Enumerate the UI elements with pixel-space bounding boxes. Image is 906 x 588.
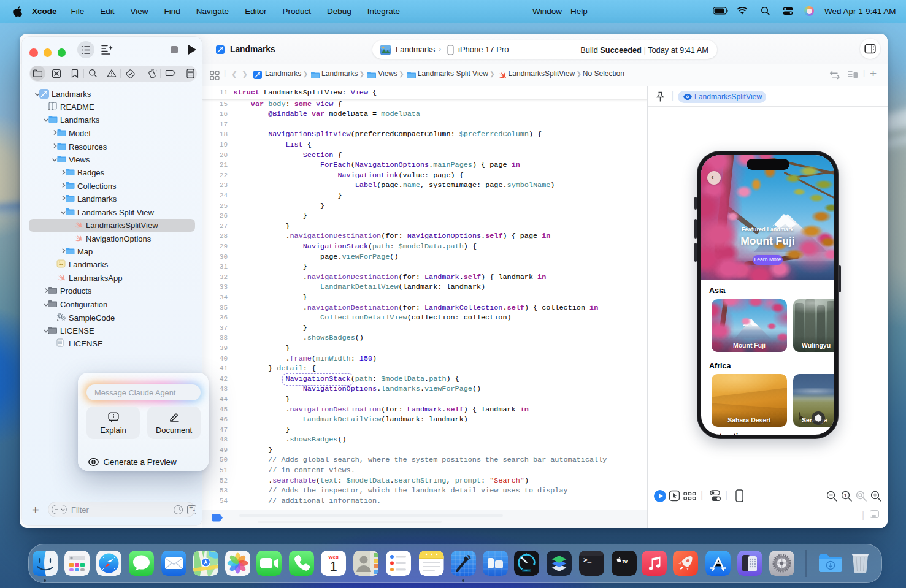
svg-text:tv: tv bbox=[622, 558, 628, 565]
svg-text:1: 1 bbox=[844, 492, 847, 498]
svg-text:>_: >_ bbox=[583, 557, 592, 564]
svg-text:SPEED: SPEED bbox=[523, 570, 530, 572]
svg-text:1: 1 bbox=[329, 559, 337, 574]
